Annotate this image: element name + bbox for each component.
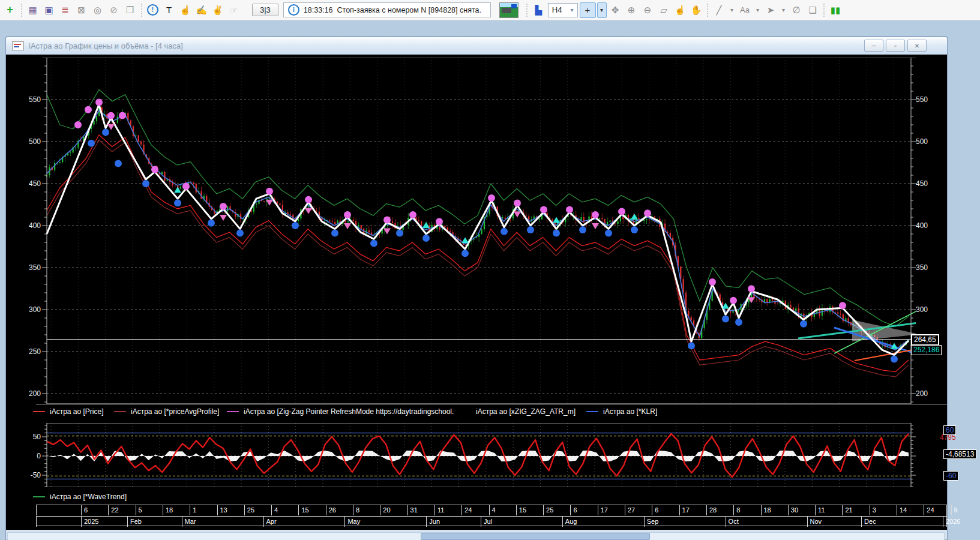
mini-picture-icon[interactable] — [499, 2, 519, 18]
minimize-button[interactable]: ─ — [864, 40, 883, 52]
month-label: May — [344, 517, 426, 527]
crosshair-caret[interactable]: ▾ — [597, 2, 607, 18]
current-price-tag: 264,65 — [911, 334, 939, 346]
date-tick: 25 — [543, 505, 570, 515]
month-label: Jul — [481, 517, 562, 527]
pan-icon[interactable]: ✥ — [608, 3, 623, 17]
notes-icon[interactable]: ❐ — [122, 3, 137, 17]
add-chart-icon[interactable]: + — [2, 3, 17, 17]
wavetrend-canvas[interactable] — [36, 423, 916, 487]
date-tick: 6 — [570, 505, 597, 515]
legend-item-4: iАстра ао [*KLR] — [586, 407, 657, 416]
price-tick-label-right: 300 — [916, 305, 942, 314]
desktop: { "toolbar": { "left_groups": [ [{"name"… — [0, 0, 980, 540]
chart-client-area: 550500450400350300250200 550500450400350… — [6, 55, 947, 539]
month-label: Jun — [426, 517, 481, 527]
date-tick: 15 — [298, 505, 325, 515]
scrollbar-thumb[interactable] — [421, 533, 650, 540]
date-tick: 15 — [516, 505, 543, 515]
month-label: Apr — [263, 517, 345, 527]
layers-icon[interactable]: ❏ — [805, 3, 820, 17]
pages-counter-button[interactable]: 3|3 — [252, 4, 278, 16]
wave-tick-label: 0 — [14, 452, 41, 460]
date-tick: 28 — [706, 505, 733, 515]
hide-drawings-icon[interactable]: ∅ — [789, 3, 804, 17]
date-tick: 13 — [217, 505, 244, 515]
price-chart-canvas[interactable] — [36, 58, 916, 404]
line-tool-icon[interactable]: ╱ — [712, 3, 727, 17]
close-button[interactable]: ✕ — [907, 40, 927, 52]
date-tick: 5 — [136, 505, 163, 515]
date-tick: 6 — [652, 505, 679, 515]
month-label: 2026 — [943, 517, 977, 527]
palm-icon[interactable]: ✋ — [689, 3, 704, 17]
price-tick-label-left: 500 — [14, 137, 41, 146]
date-tick: 1 — [190, 505, 217, 515]
restore-button[interactable]: ▫ — [886, 40, 905, 52]
wave-level-tag-top: 60 — [943, 425, 956, 435]
text-tool-icon[interactable]: T — [161, 3, 176, 17]
date-tick: 11 — [434, 505, 461, 515]
legend-label: iАстра ао [*KLR] — [603, 407, 657, 416]
date-tick: 3 — [870, 505, 897, 515]
legend-item-3: iАстра ао [xZIG_ZAG_ATR_m] — [476, 407, 576, 416]
klr-price-tag: 252,186 — [911, 345, 942, 355]
date-tick: 4 — [489, 505, 516, 515]
month-label: Aug — [562, 517, 644, 527]
price-tick-label-right: 550 — [916, 95, 942, 104]
price-tick-label-left: 300 — [14, 305, 41, 314]
toolbar-left-icons: +▦▣≣⊠◎⊘❐!T☝✍✌☞ — [0, 0, 244, 20]
info-balloon-icon: i — [288, 4, 299, 16]
font-tool-caret[interactable]: ▾ — [754, 3, 762, 17]
status-text: Стоп-заявка с номером N [894828] снята. — [337, 6, 481, 14]
list-icon[interactable]: ≣ — [58, 3, 73, 17]
price-tick-label-left: 350 — [14, 263, 41, 272]
legend-swatch — [33, 496, 45, 497]
date-tick: 17 — [598, 505, 625, 515]
month-label: Oct — [726, 517, 807, 527]
crosshair-button[interactable]: + — [580, 2, 596, 18]
main-toolbar: +▦▣≣⊠◎⊘❐!T☝✍✌☞ 3|3 i 18:33:16 Стоп-заявк… — [0, 0, 980, 20]
snapshot-icon[interactable]: ▣ — [41, 3, 56, 17]
date-tick: 9 — [951, 505, 977, 515]
zoom-delete-icon[interactable]: ⊘ — [106, 3, 121, 17]
line-tool-caret[interactable]: ▾ — [728, 3, 736, 17]
timeframe-select[interactable]: H4▾ — [548, 3, 578, 17]
date-axis-months-row: 2025FebMarAprMayJunJulAugSepOctNovDec202… — [36, 516, 947, 527]
main-legend: iАстра ао [Price]iАстра ао [*priceAvgPro… — [6, 406, 947, 418]
date-tick: 14 — [897, 505, 924, 515]
date-tick: 25 — [244, 505, 271, 515]
zoom-in-icon[interactable]: ⊕ — [624, 3, 639, 17]
wave-legend: iАстра ао [*WaveTrend] — [6, 491, 486, 503]
date-tick: 6 — [81, 505, 108, 515]
marker-tool-icon[interactable]: ➤ — [763, 3, 778, 17]
delete-chart-icon[interactable]: ⊠ — [74, 3, 89, 17]
price-tick-label-right: 200 — [916, 389, 942, 398]
zoom-settings-icon[interactable]: ◎ — [90, 3, 105, 17]
month-label: 2025 — [81, 517, 127, 527]
eraser-icon[interactable]: ▱ — [657, 3, 672, 17]
chart-preview-icon[interactable]: ▦ — [25, 3, 40, 17]
price-tick-label-right: 500 — [916, 137, 942, 146]
hand-write-icon[interactable]: ✍ — [194, 3, 209, 17]
hand-point-icon[interactable]: ☞ — [226, 3, 241, 17]
price-tick-label-right: 450 — [916, 179, 942, 188]
month-label: Dec — [861, 517, 943, 527]
price-tick-label-left: 200 — [14, 389, 41, 398]
wave-level-tag-bottom: -60 — [943, 471, 958, 481]
font-tool-icon[interactable]: Aa — [738, 3, 753, 17]
marker-tool-caret[interactable]: ▾ — [780, 3, 788, 17]
finger-icon[interactable]: ☝ — [673, 3, 688, 17]
volume-columns-icon[interactable]: ▮▮ — [828, 3, 843, 17]
horizontal-scrollbar[interactable] — [7, 532, 945, 540]
month-label: Mar — [182, 517, 263, 527]
hand-up-icon[interactable]: ☝ — [178, 3, 193, 17]
chevron-down-icon: ▾ — [570, 7, 573, 13]
zoom-out-icon[interactable]: ⊖ — [640, 3, 655, 17]
window-titlebar[interactable]: iАстра ао График цены и объёма - [4 часа… — [6, 37, 947, 55]
window-controls: ─ ▫ ✕ — [862, 40, 927, 52]
indicator-bars-icon[interactable]: ▙ — [531, 3, 546, 17]
wave-tick-label: -50 — [14, 471, 41, 479]
alert-balloon-icon[interactable]: ! — [145, 3, 160, 17]
hand-v-icon[interactable]: ✌ — [210, 3, 225, 17]
